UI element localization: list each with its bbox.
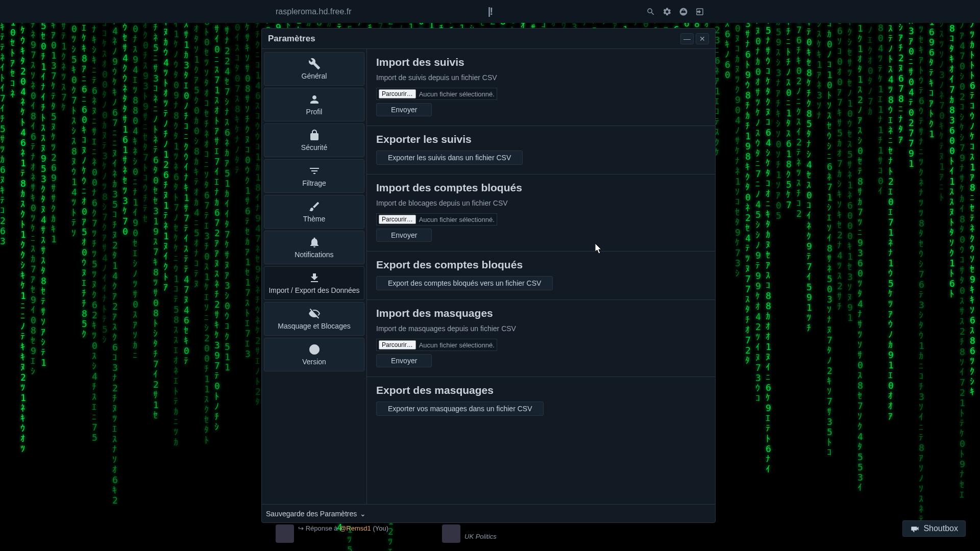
sidebar-item-version[interactable]: Version: [264, 338, 364, 371]
section-import-mutes: Import des masquages Import de masquages…: [367, 300, 715, 377]
logo[interactable]: |!: [488, 6, 492, 17]
section-import-follows: Import des suivis Import de suivis depui…: [367, 49, 715, 126]
chevron-down-icon: ⌄: [360, 510, 366, 518]
section-export-blocks: Export des comptes bloqués Export des co…: [367, 252, 715, 300]
gear-icon[interactable]: [663, 7, 672, 16]
sidebar-item-filtering[interactable]: Filtrage: [264, 159, 364, 193]
sidebar-item-label: Filtrage: [302, 179, 326, 187]
topbar: raspleroma.hd.free.fr |!: [0, 0, 980, 23]
browse-button[interactable]: Parcourir…: [379, 340, 416, 349]
sidebar-item-general[interactable]: Général: [264, 52, 364, 86]
avatar: [442, 524, 460, 543]
sidebar-item-label: Notifications: [295, 251, 333, 259]
download-icon: [308, 272, 321, 284]
section-desc: Import de blocages depuis un fichier CSV: [376, 199, 706, 207]
lock-icon: [308, 129, 321, 141]
site-name[interactable]: raspleroma.hd.free.fr: [276, 7, 352, 16]
modal-footer: Sauvegarde des Paramètres ⌄: [262, 504, 715, 522]
export-follows-button[interactable]: Exporter les suivis dans un fichier CSV: [376, 151, 523, 165]
browse-button[interactable]: Parcourir…: [379, 215, 416, 224]
file-status: Aucun fichier sélectionné.: [419, 216, 495, 223]
dashboard-icon[interactable]: [679, 7, 688, 16]
sidebar-item-label: Version: [302, 358, 326, 366]
megaphone-icon: [910, 524, 919, 533]
minimize-button[interactable]: —: [680, 33, 694, 44]
section-export-follows: Exporter les suivis Exporter les suivis …: [367, 126, 715, 174]
shoutbox-button[interactable]: Shoutbox: [902, 520, 966, 537]
submit-button[interactable]: Envoyer: [376, 354, 432, 367]
eye-off-icon: [308, 308, 321, 320]
filter-icon: [308, 165, 321, 177]
submit-button[interactable]: Envoyer: [376, 103, 432, 116]
sidebar-item-label: Général: [302, 72, 327, 80]
user-icon: [308, 93, 321, 106]
section-desc: Import de suivis depuis un fichier CSV: [376, 73, 706, 82]
section-title: Exporter les suivis: [376, 133, 706, 145]
sidebar-item-label: Masquage et Blocages: [278, 322, 350, 330]
logout-icon[interactable]: [695, 7, 704, 16]
section-desc: Import de masquages depuis un fichier CS…: [376, 324, 706, 333]
sidebar-item-label: Sécurité: [301, 143, 327, 152]
sidebar-item-theme[interactable]: Thème: [264, 195, 364, 229]
section-title: Export des comptes bloqués: [376, 259, 706, 271]
sidebar-item-mutes-blocks[interactable]: Masquage et Blocages: [264, 302, 364, 336]
sidebar-item-label: Import / Export des Données: [268, 286, 359, 294]
settings-sidebar: Général Profil Sécurité Filtrage Thème N…: [262, 49, 367, 504]
search-icon[interactable]: [646, 7, 655, 16]
wrench-icon: [308, 58, 321, 70]
brush-icon: [308, 201, 321, 213]
close-button[interactable]: ✕: [696, 33, 709, 44]
info-icon: [308, 343, 321, 356]
bg-post-left: ↪ Réponse à @Remsd1 (You) @Remsd1 (You) …: [276, 524, 388, 551]
settings-modal: Paramètres — ✕ Général Profil Sécurité F…: [261, 28, 716, 523]
modal-title: Paramètres: [268, 34, 315, 44]
sidebar-item-import-export[interactable]: Import / Export des Données: [264, 266, 364, 300]
sidebar-item-profile[interactable]: Profil: [264, 88, 364, 121]
save-settings-button[interactable]: Sauvegarde des Paramètres ⌄: [266, 510, 366, 518]
submit-button[interactable]: Envoyer: [376, 229, 432, 242]
export-mutes-button[interactable]: Exporter vos masquages dans un fichier C…: [376, 402, 544, 416]
sidebar-item-security[interactable]: Sécurité: [264, 123, 364, 157]
section-title: Import des comptes bloqués: [376, 182, 706, 194]
mouse-cursor: [595, 243, 603, 255]
export-blocks-button[interactable]: Export des comptes bloqués vers un fichi…: [376, 276, 553, 290]
section-title: Import des suivis: [376, 56, 706, 68]
bell-icon: [308, 236, 321, 248]
bg-post-right: UK Politics: [442, 524, 497, 543]
settings-content: Import des suivis Import de suivis depui…: [367, 49, 715, 504]
modal-header: Paramètres — ✕: [262, 29, 715, 49]
sidebar-item-label: Profil: [306, 108, 323, 116]
browse-button[interactable]: Parcourir…: [379, 89, 416, 98]
avatar: [276, 524, 294, 543]
sidebar-item-notifications[interactable]: Notifications: [264, 231, 364, 264]
section-title: Export des masquages: [376, 384, 706, 396]
file-status: Aucun fichier sélectionné.: [419, 341, 495, 349]
section-title: Import des masquages: [376, 307, 706, 319]
section-import-blocks: Import des comptes bloqués Import de blo…: [367, 174, 715, 252]
sidebar-item-label: Thème: [303, 215, 326, 223]
file-status: Aucun fichier sélectionné.: [419, 90, 495, 98]
section-export-mutes: Export des masquages Exporter vos masqua…: [367, 377, 715, 425]
